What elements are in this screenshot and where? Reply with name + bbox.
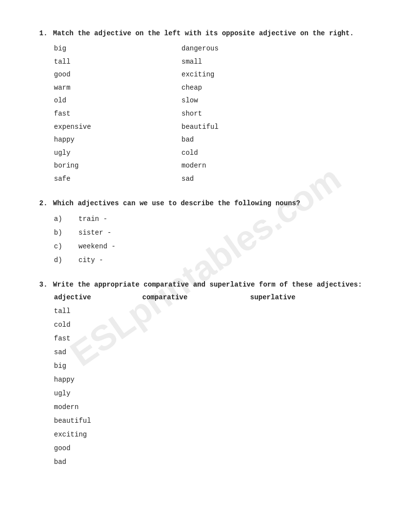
col-header-adjective: adjective xyxy=(54,293,142,301)
match-right-item: beautiful xyxy=(181,121,280,134)
row-comparative xyxy=(142,304,250,318)
table-row: cold xyxy=(54,318,372,332)
q1-text: Match the adjective on the left with its… xyxy=(53,29,354,37)
match-left-item: warm xyxy=(54,81,181,95)
fill-item-noun: train - xyxy=(78,212,107,226)
table-row: exciting xyxy=(54,428,372,441)
row-adjective: bad xyxy=(54,455,142,469)
q1-number: 1. xyxy=(39,29,49,37)
row-adjective: big xyxy=(54,359,142,373)
fill-item-noun: city - xyxy=(78,253,103,267)
match-left-item: happy xyxy=(54,133,181,146)
match-right: dangeroussmallexcitingcheapslowshortbeau… xyxy=(181,42,280,186)
table-row: beautiful xyxy=(54,414,372,428)
table-row: sad xyxy=(54,345,372,359)
match-right-item: sad xyxy=(181,172,280,186)
row-adjective: modern xyxy=(54,400,142,414)
match-right-item: short xyxy=(181,107,280,121)
fill-item: c)weekend - xyxy=(54,240,372,253)
col-header-superlative: superlative xyxy=(250,293,295,301)
adj-rows: tallcoldfastsadbighappyuglymodernbeautif… xyxy=(54,304,372,469)
q3-header: 3. Write the appropriate comparative and… xyxy=(39,281,372,289)
match-left-item: safe xyxy=(54,172,181,186)
match-container: bigtallgoodwarmoldfastexpensivehappyugly… xyxy=(54,42,372,186)
row-adjective: tall xyxy=(54,304,142,318)
match-left-item: big xyxy=(54,42,181,55)
row-superlative xyxy=(250,345,348,359)
table-row: modern xyxy=(54,400,372,414)
row-comparative xyxy=(142,318,250,332)
table-row: ugly xyxy=(54,387,372,400)
row-superlative xyxy=(250,414,348,428)
match-left-item: tall xyxy=(54,55,181,69)
table-row: good xyxy=(54,441,372,455)
fill-item-label: a) xyxy=(54,212,69,226)
table-row: fast xyxy=(54,332,372,345)
row-adjective: cold xyxy=(54,318,142,332)
table-row: bad xyxy=(54,455,372,469)
row-superlative xyxy=(250,428,348,441)
row-superlative xyxy=(250,332,348,345)
col-header-comparative: comparative xyxy=(142,293,250,301)
table-row: tall xyxy=(54,304,372,318)
table-header: adjective comparative superlative xyxy=(54,293,372,301)
match-left: bigtallgoodwarmoldfastexpensivehappyugly… xyxy=(54,42,181,186)
match-left-item: old xyxy=(54,94,181,107)
q2-number: 2. xyxy=(39,199,49,207)
row-superlative xyxy=(250,304,348,318)
section-q1: 1. Match the adjective on the left with … xyxy=(39,29,372,186)
row-superlative xyxy=(250,455,348,469)
q3-text: Write the appropriate comparative and su… xyxy=(53,281,362,289)
fill-item: b)sister - xyxy=(54,226,372,240)
row-adjective: beautiful xyxy=(54,414,142,428)
match-right-item: dangerous xyxy=(181,42,280,55)
row-adjective: fast xyxy=(54,332,142,345)
q2-text: Which adjectives can we use to describe … xyxy=(53,199,300,207)
match-right-item: cheap xyxy=(181,81,280,95)
match-right-item: cold xyxy=(181,146,280,160)
row-adjective: good xyxy=(54,441,142,455)
q1-header: 1. Match the adjective on the left with … xyxy=(39,29,372,37)
row-superlative xyxy=(250,387,348,400)
row-adjective: ugly xyxy=(54,387,142,400)
fill-item-noun: weekend - xyxy=(78,240,116,253)
match-left-item: good xyxy=(54,68,181,81)
match-right-item: small xyxy=(181,55,280,69)
row-comparative xyxy=(142,387,250,400)
fill-item-label: b) xyxy=(54,226,69,240)
fill-items: a)train -b)sister -c)weekend -d)city - xyxy=(54,212,372,267)
row-superlative xyxy=(250,359,348,373)
q3-number: 3. xyxy=(39,281,49,289)
row-adjective: happy xyxy=(54,373,142,387)
row-comparative xyxy=(142,332,250,345)
section-q3: 3. Write the appropriate comparative and… xyxy=(39,281,372,469)
row-adjective: exciting xyxy=(54,428,142,441)
match-right-item: bad xyxy=(181,133,280,146)
row-comparative xyxy=(142,428,250,441)
section-q2: 2. Which adjectives can we use to descri… xyxy=(39,199,372,267)
match-left-item: boring xyxy=(54,159,181,172)
row-comparative xyxy=(142,359,250,373)
row-superlative xyxy=(250,318,348,332)
row-superlative xyxy=(250,373,348,387)
fill-item: a)train - xyxy=(54,212,372,226)
row-comparative xyxy=(142,373,250,387)
fill-item-noun: sister - xyxy=(78,226,111,240)
table-row: big xyxy=(54,359,372,373)
row-comparative xyxy=(142,414,250,428)
row-adjective: sad xyxy=(54,345,142,359)
row-comparative xyxy=(142,455,250,469)
fill-item-label: d) xyxy=(54,253,69,267)
adjective-table: adjective comparative superlative tallco… xyxy=(54,293,372,469)
q2-header: 2. Which adjectives can we use to descri… xyxy=(39,199,372,207)
row-superlative xyxy=(250,400,348,414)
match-left-item: fast xyxy=(54,107,181,121)
match-right-item: modern xyxy=(181,159,280,172)
table-row: happy xyxy=(54,373,372,387)
match-right-item: slow xyxy=(181,94,280,107)
row-superlative xyxy=(250,441,348,455)
fill-item-label: c) xyxy=(54,240,69,253)
row-comparative xyxy=(142,400,250,414)
row-comparative xyxy=(142,441,250,455)
fill-item: d)city - xyxy=(54,253,372,267)
